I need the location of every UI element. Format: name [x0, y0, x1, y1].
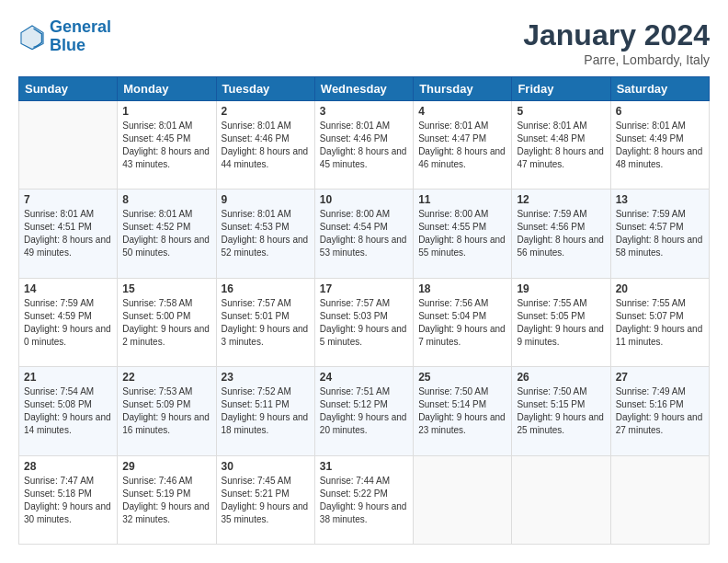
sunrise: Sunrise: 7:50 AM: [517, 385, 605, 398]
day-info: Sunrise: 7:46 AM Sunset: 5:19 PM Dayligh…: [122, 475, 210, 526]
daylight: Daylight: 9 hours and 16 minutes.: [122, 411, 210, 437]
day-number: 15: [122, 282, 210, 295]
day-info: Sunrise: 8:01 AM Sunset: 4:46 PM Dayligh…: [320, 120, 408, 171]
daylight: Daylight: 8 hours and 47 minutes.: [517, 145, 605, 171]
sunrise: Sunrise: 7:45 AM: [222, 475, 310, 488]
sunrise: Sunrise: 7:50 AM: [418, 385, 506, 398]
calendar-day-cell: 14 Sunrise: 7:59 AM Sunset: 4:59 PM Dayl…: [19, 278, 118, 366]
day-number: 23: [222, 371, 310, 384]
day-info: Sunrise: 8:01 AM Sunset: 4:52 PM Dayligh…: [122, 208, 210, 259]
day-info: Sunrise: 7:49 AM Sunset: 5:16 PM Dayligh…: [616, 385, 704, 437]
day-number: 16: [222, 282, 310, 295]
sunrise: Sunrise: 7:46 AM: [122, 475, 210, 488]
daylight: Daylight: 8 hours and 43 minutes.: [122, 145, 210, 171]
calendar-day-cell: 29 Sunrise: 7:46 AM Sunset: 5:19 PM Dayl…: [118, 455, 216, 544]
sunset: Sunset: 5:03 PM: [320, 310, 408, 323]
calendar-day-cell: 19 Sunrise: 7:55 AM Sunset: 5:05 PM Dayl…: [512, 278, 610, 366]
daylight: Daylight: 9 hours and 30 minutes.: [24, 500, 112, 526]
sunrise: Sunrise: 7:44 AM: [320, 475, 408, 488]
sunset: Sunset: 4:53 PM: [222, 221, 310, 234]
sunset: Sunset: 5:12 PM: [320, 398, 408, 411]
day-number: 21: [24, 371, 112, 384]
day-info: Sunrise: 8:01 AM Sunset: 4:48 PM Dayligh…: [517, 120, 605, 171]
daylight: Daylight: 8 hours and 46 minutes.: [418, 145, 506, 171]
location: Parre, Lombardy, Italy: [523, 52, 710, 67]
sunset: Sunset: 5:04 PM: [418, 310, 506, 323]
calendar-week-row: 28 Sunrise: 7:47 AM Sunset: 5:18 PM Dayl…: [19, 455, 710, 544]
calendar-day-cell: [610, 455, 709, 544]
daylight: Daylight: 9 hours and 23 minutes.: [418, 411, 506, 437]
daylight: Daylight: 9 hours and 7 minutes.: [418, 323, 506, 349]
sunrise: Sunrise: 7:59 AM: [24, 297, 112, 310]
sunset: Sunset: 5:14 PM: [418, 398, 506, 411]
day-number: 13: [616, 193, 704, 206]
sunrise: Sunrise: 8:01 AM: [418, 120, 506, 132]
sunrise: Sunrise: 7:52 AM: [222, 385, 310, 398]
sunset: Sunset: 4:46 PM: [222, 132, 310, 145]
day-info: Sunrise: 7:50 AM Sunset: 5:14 PM Dayligh…: [418, 385, 506, 437]
day-info: Sunrise: 7:59 AM Sunset: 4:59 PM Dayligh…: [24, 297, 112, 349]
day-number: 5: [517, 105, 605, 118]
calendar-day-cell: 8 Sunrise: 8:01 AM Sunset: 4:52 PM Dayli…: [118, 190, 216, 278]
sunset: Sunset: 5:09 PM: [122, 398, 210, 411]
calendar-day-cell: 28 Sunrise: 7:47 AM Sunset: 5:18 PM Dayl…: [19, 455, 118, 544]
day-info: Sunrise: 7:51 AM Sunset: 5:12 PM Dayligh…: [320, 385, 408, 437]
calendar-day-cell: [512, 455, 610, 544]
sunset: Sunset: 4:49 PM: [616, 132, 704, 145]
sunset: Sunset: 4:46 PM: [320, 132, 408, 145]
daylight: Daylight: 9 hours and 38 minutes.: [320, 500, 408, 526]
sunrise: Sunrise: 7:58 AM: [122, 297, 210, 310]
calendar-day-cell: 30 Sunrise: 7:45 AM Sunset: 5:21 PM Dayl…: [216, 455, 314, 544]
sunrise: Sunrise: 7:49 AM: [616, 385, 704, 398]
daylight: Daylight: 9 hours and 2 minutes.: [122, 323, 210, 349]
sunrise: Sunrise: 7:53 AM: [122, 385, 210, 398]
daylight: Daylight: 8 hours and 44 minutes.: [222, 145, 310, 171]
day-number: 27: [616, 371, 704, 384]
day-info: Sunrise: 7:53 AM Sunset: 5:09 PM Dayligh…: [122, 385, 210, 437]
calendar-week-row: 14 Sunrise: 7:59 AM Sunset: 4:59 PM Dayl…: [19, 278, 710, 366]
sunset: Sunset: 4:48 PM: [517, 132, 605, 145]
daylight: Daylight: 8 hours and 58 minutes.: [616, 234, 704, 259]
day-info: Sunrise: 7:57 AM Sunset: 5:03 PM Dayligh…: [320, 297, 408, 349]
day-of-week-header: Thursday: [414, 77, 512, 101]
day-info: Sunrise: 7:56 AM Sunset: 5:04 PM Dayligh…: [418, 297, 506, 349]
day-info: Sunrise: 7:59 AM Sunset: 4:57 PM Dayligh…: [616, 208, 704, 259]
logo-text: General Blue: [50, 18, 111, 55]
sunset: Sunset: 5:00 PM: [122, 310, 210, 323]
day-number: 20: [616, 282, 704, 295]
sunset: Sunset: 5:15 PM: [517, 398, 605, 411]
day-number: 25: [418, 371, 506, 384]
calendar-day-cell: [19, 101, 118, 190]
sunrise: Sunrise: 8:01 AM: [222, 208, 310, 221]
calendar-day-cell: 25 Sunrise: 7:50 AM Sunset: 5:14 PM Dayl…: [414, 367, 512, 455]
sunset: Sunset: 5:18 PM: [24, 488, 112, 500]
calendar-day-cell: 1 Sunrise: 8:01 AM Sunset: 4:45 PM Dayli…: [118, 101, 216, 190]
day-info: Sunrise: 8:01 AM Sunset: 4:51 PM Dayligh…: [24, 208, 112, 259]
calendar-day-cell: 26 Sunrise: 7:50 AM Sunset: 5:15 PM Dayl…: [512, 367, 610, 455]
logo-general: General: [50, 17, 111, 36]
day-info: Sunrise: 8:01 AM Sunset: 4:53 PM Dayligh…: [222, 208, 310, 259]
day-number: 10: [320, 193, 408, 206]
sunrise: Sunrise: 7:47 AM: [24, 475, 112, 488]
calendar-day-cell: 24 Sunrise: 7:51 AM Sunset: 5:12 PM Dayl…: [314, 367, 413, 455]
day-info: Sunrise: 7:44 AM Sunset: 5:22 PM Dayligh…: [320, 475, 408, 526]
daylight: Daylight: 8 hours and 49 minutes.: [24, 234, 112, 259]
day-number: 1: [122, 105, 210, 118]
day-info: Sunrise: 8:01 AM Sunset: 4:47 PM Dayligh…: [418, 120, 506, 171]
day-info: Sunrise: 8:00 AM Sunset: 4:54 PM Dayligh…: [320, 208, 408, 259]
calendar-day-cell: 9 Sunrise: 8:01 AM Sunset: 4:53 PM Dayli…: [216, 190, 314, 278]
day-number: 24: [320, 371, 408, 384]
daylight: Daylight: 9 hours and 3 minutes.: [222, 323, 310, 349]
daylight: Daylight: 9 hours and 20 minutes.: [320, 411, 408, 437]
calendar-day-cell: 16 Sunrise: 7:57 AM Sunset: 5:01 PM Dayl…: [216, 278, 314, 366]
sunrise: Sunrise: 8:01 AM: [320, 120, 408, 132]
day-info: Sunrise: 7:55 AM Sunset: 5:07 PM Dayligh…: [616, 297, 704, 349]
sunset: Sunset: 5:07 PM: [616, 310, 704, 323]
daylight: Daylight: 9 hours and 9 minutes.: [517, 323, 605, 349]
daylight: Daylight: 9 hours and 0 minutes.: [24, 323, 112, 349]
day-number: 17: [320, 282, 408, 295]
month-year: January 2024: [523, 18, 710, 52]
sunrise: Sunrise: 7:55 AM: [517, 297, 605, 310]
sunrise: Sunrise: 8:01 AM: [517, 120, 605, 132]
calendar-header-row: SundayMondayTuesdayWednesdayThursdayFrid…: [19, 77, 710, 101]
